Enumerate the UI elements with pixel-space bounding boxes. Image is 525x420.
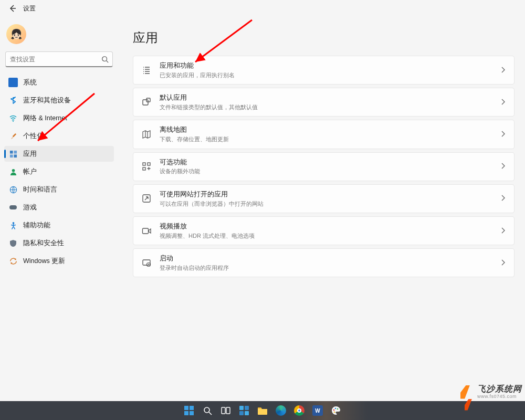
startup-icon <box>141 257 152 269</box>
wifi-icon <box>8 113 18 123</box>
arrow-left-icon <box>8 4 17 13</box>
taskbar-edge-button[interactable] <box>274 404 288 417</box>
svg-rect-26 <box>222 407 225 414</box>
card-subtitle: 下载、存储位置、地图更新 <box>160 135 493 143</box>
search-icon <box>101 56 109 63</box>
taskbar-task-view-button[interactable] <box>219 404 233 417</box>
share-icon <box>141 193 152 204</box>
card-offline-maps[interactable]: 离线地图 下载、存储位置、地图更新 <box>133 120 514 149</box>
svg-point-1 <box>13 121 14 122</box>
svg-rect-28 <box>239 406 244 410</box>
card-subtitle: 视频调整、HDR 流式处理、电池选项 <box>160 232 493 239</box>
card-subtitle: 可以在应用（而非浏览器）中打开的网站 <box>160 200 493 207</box>
optional-features-icon <box>141 161 152 172</box>
chevron-right-icon <box>500 258 506 268</box>
sidebar-item-personalization[interactable]: 个性化 <box>4 128 114 144</box>
taskbar-explorer-button[interactable] <box>256 404 269 417</box>
sidebar-item-label: 系统 <box>23 78 37 87</box>
taskbar: W <box>0 401 525 420</box>
sidebar: 👧🏻 系统 蓝牙和其他设备 网络 & Internet 个性化 应用 <box>0 17 118 401</box>
card-optional-features[interactable]: 可选功能 设备的额外功能 <box>133 152 514 181</box>
svg-point-35 <box>334 412 335 413</box>
back-button[interactable] <box>6 2 19 15</box>
chevron-right-icon <box>500 130 506 139</box>
widgets-icon <box>239 405 249 416</box>
sidebar-item-label: 应用 <box>23 150 37 159</box>
map-icon <box>141 129 152 140</box>
taskbar-chrome-button[interactable] <box>292 404 306 417</box>
card-subtitle: 已安装的应用，应用执行别名 <box>160 71 493 79</box>
svg-rect-30 <box>239 411 244 415</box>
svg-rect-24 <box>190 411 194 415</box>
sidebar-item-label: 帐户 <box>23 167 37 176</box>
svg-rect-21 <box>184 406 188 410</box>
chevron-right-icon <box>500 194 506 203</box>
sidebar-item-label: 蓝牙和其他设备 <box>23 96 71 105</box>
chevron-right-icon <box>500 66 506 75</box>
svg-rect-13 <box>148 163 150 165</box>
svg-rect-12 <box>143 163 145 165</box>
content-area: 应用 应用和功能 已安装的应用，应用执行别名 默认应用 文件和链接类型的默认值，… <box>118 17 525 401</box>
card-apps-features[interactable]: 应用和功能 已安装的应用，应用执行别名 <box>133 56 514 85</box>
sidebar-item-accounts[interactable]: 帐户 <box>4 164 114 180</box>
svg-rect-29 <box>245 406 249 410</box>
watermark-text-cn: 飞沙系统网 <box>477 385 522 393</box>
taskbar-widgets-button[interactable] <box>237 404 251 417</box>
taskbar-paint-button[interactable] <box>329 404 343 417</box>
svg-rect-5 <box>14 154 17 158</box>
edge-icon <box>276 405 286 416</box>
card-apps-for-websites[interactable]: 可使用网站打开的应用 可以在应用（而非浏览器）中打开的网站 <box>133 184 514 213</box>
generic-app-icon: W <box>312 405 323 416</box>
taskbar-search-button[interactable] <box>201 404 214 417</box>
taskbar-start-button[interactable] <box>182 404 196 417</box>
card-title: 可选功能 <box>160 158 493 167</box>
system-icon <box>8 78 18 87</box>
taskbar-app-button[interactable]: W <box>311 404 324 417</box>
svg-rect-27 <box>226 407 230 414</box>
svg-rect-4 <box>9 154 13 158</box>
sidebar-item-network[interactable]: 网络 & Internet <box>4 110 114 126</box>
svg-point-32 <box>333 410 335 411</box>
folder-icon <box>257 405 268 416</box>
card-subtitle: 设备的额外功能 <box>160 167 493 175</box>
sidebar-item-gaming[interactable]: 游戏 <box>4 200 114 215</box>
watermark-logo <box>460 385 474 399</box>
card-startup[interactable]: 启动 登录时自动启动的应用程序 <box>133 248 514 277</box>
shield-icon <box>8 238 18 248</box>
svg-rect-14 <box>143 167 145 170</box>
sidebar-item-label: Windows 更新 <box>23 257 65 266</box>
sidebar-item-time-language[interactable]: 时间和语言 <box>4 182 114 197</box>
card-default-apps[interactable]: 默认应用 文件和链接类型的默认值，其他默认值 <box>133 88 514 117</box>
search-input[interactable] <box>5 51 113 67</box>
sidebar-item-apps[interactable]: 应用 <box>4 146 114 162</box>
svg-rect-10 <box>143 100 148 105</box>
globe-icon <box>8 185 18 194</box>
card-video-playback[interactable]: 视频播放 视频调整、HDR 流式处理、电池选项 <box>133 216 514 245</box>
svg-point-34 <box>337 408 339 410</box>
chevron-right-icon <box>500 226 506 236</box>
window-title: 设置 <box>23 4 36 13</box>
search-icon <box>203 406 212 415</box>
svg-rect-3 <box>14 150 17 153</box>
svg-rect-2 <box>9 150 13 153</box>
default-apps-icon <box>141 97 152 108</box>
card-title: 启动 <box>160 254 493 263</box>
watermark: 飞沙系统网 www.fs0745.com <box>460 385 522 399</box>
windows-logo-icon <box>184 405 194 416</box>
sidebar-item-label: 个性化 <box>23 132 44 141</box>
user-avatar-area[interactable]: 👧🏻 <box>4 22 114 49</box>
chrome-icon <box>294 405 304 416</box>
chevron-right-icon <box>500 98 506 107</box>
card-subtitle: 文件和链接类型的默认值，其他默认值 <box>160 103 493 111</box>
sidebar-item-accessibility[interactable]: 辅助功能 <box>4 217 114 233</box>
svg-point-6 <box>12 169 15 172</box>
user-avatar: 👧🏻 <box>6 24 26 44</box>
sidebar-item-bluetooth[interactable]: 蓝牙和其他设备 <box>4 92 114 108</box>
sidebar-item-windows-update[interactable]: Windows 更新 <box>4 253 114 269</box>
person-icon <box>8 167 18 176</box>
sidebar-item-system[interactable]: 系统 <box>4 75 114 90</box>
card-title: 视频播放 <box>160 222 493 231</box>
video-icon <box>141 225 152 237</box>
sidebar-item-privacy[interactable]: 隐私和安全性 <box>4 235 114 251</box>
list-icon <box>141 65 152 76</box>
